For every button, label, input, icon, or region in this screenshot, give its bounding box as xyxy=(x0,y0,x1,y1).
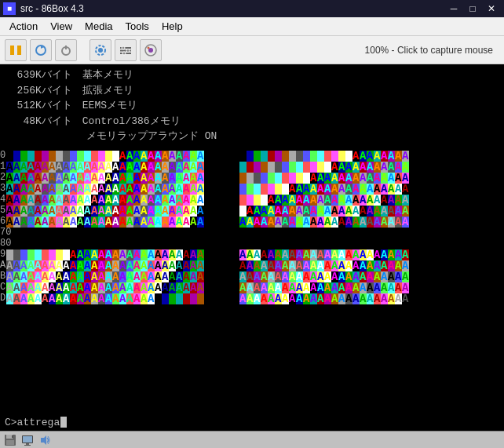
text-line-3: 512Kバイト EEMSメモリ xyxy=(5,98,499,114)
status-icon-monitor xyxy=(20,433,35,447)
text-line-2: 256Kバイト 拡張メモリ xyxy=(5,83,499,99)
menu-bar: Action View Media Tools Help xyxy=(0,17,504,36)
toolbar-settings2-button[interactable] xyxy=(115,39,137,61)
status-icon-floppy xyxy=(3,433,17,447)
maximize-button[interactable]: □ xyxy=(463,0,482,17)
title-bar-left: ■ src - 86Box 4.3 xyxy=(3,2,84,15)
svg-rect-22 xyxy=(26,443,29,445)
text-display: 639Kバイト 基本メモリ 256Kバイト 拡張メモリ 512Kバイト EEMS… xyxy=(0,64,504,148)
command-text: C>attrega xyxy=(5,417,60,428)
svg-point-11 xyxy=(126,49,130,52)
svg-point-15 xyxy=(148,46,150,49)
app-icon: ■ xyxy=(3,2,16,15)
svg-point-10 xyxy=(122,46,125,49)
text-line-1: 639Kバイト 基本メモリ xyxy=(5,67,499,83)
window-title: src - 86Box 4.3 xyxy=(20,3,84,14)
toolbar-reset-button[interactable] xyxy=(30,39,52,61)
svg-rect-19 xyxy=(12,435,13,438)
svg-marker-24 xyxy=(41,435,46,445)
menu-help[interactable]: Help xyxy=(155,18,189,35)
content-area: 639Kバイト 基本メモリ 256Kバイト 拡張メモリ 512Kバイト EEMS… xyxy=(0,64,504,431)
menu-action[interactable]: Action xyxy=(3,18,44,35)
text-line-4: 48Kバイト Control/386メモリ xyxy=(5,114,499,129)
svg-point-12 xyxy=(122,52,126,55)
cursor-block xyxy=(60,417,67,428)
menu-media[interactable]: Media xyxy=(79,18,119,35)
menu-view[interactable]: View xyxy=(44,18,79,35)
svg-rect-1 xyxy=(17,46,21,55)
svg-rect-18 xyxy=(6,440,14,445)
svg-rect-21 xyxy=(23,436,32,443)
toolbar-screenshot-button[interactable] xyxy=(140,39,162,61)
toolbar-status: 100% - Click to capture mouse xyxy=(365,45,499,56)
char-grid-canvas xyxy=(0,151,504,431)
svg-rect-0 xyxy=(10,46,14,55)
command-line: C>attrega xyxy=(0,413,504,431)
title-bar: ■ src - 86Box 4.3 ─ □ ✕ xyxy=(0,0,504,17)
svg-rect-17 xyxy=(6,435,13,439)
toolbar-pause-button[interactable] xyxy=(5,39,27,61)
svg-rect-23 xyxy=(24,445,31,446)
toolbar: 100% - Click to capture mouse xyxy=(0,36,504,64)
status-icon-sound xyxy=(38,433,52,447)
toolbar-power-button[interactable] xyxy=(55,39,77,61)
status-bar xyxy=(0,431,504,448)
title-bar-controls: ─ □ ✕ xyxy=(444,0,501,17)
text-line-5: メモリラップアラウンド ON xyxy=(5,129,499,144)
toolbar-settings1-button[interactable] xyxy=(89,39,111,61)
close-button[interactable]: ✕ xyxy=(482,0,501,17)
minimize-button[interactable]: ─ xyxy=(444,0,463,17)
svg-point-5 xyxy=(98,48,103,53)
menu-tools[interactable]: Tools xyxy=(119,18,155,35)
